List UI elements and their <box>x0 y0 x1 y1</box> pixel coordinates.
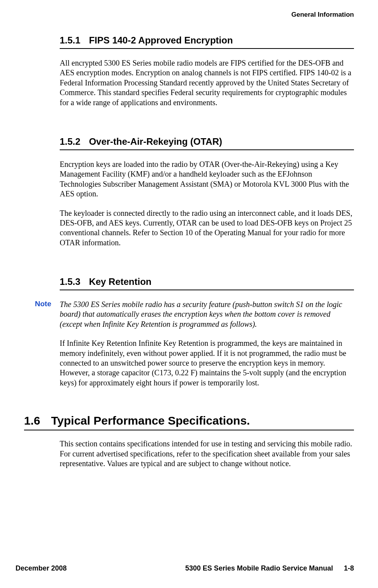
major-section-1-6: 1.6Typical Performance Specifications. T… <box>24 414 354 468</box>
section-heading-1-5-2: 1.5.2Over-the-Air-Rekeying (OTAR) <box>60 136 354 147</box>
body-paragraph: This section contains specifications int… <box>60 439 354 468</box>
major-rule <box>24 430 354 430</box>
body-paragraph: The keyloader is connected directly to t… <box>60 208 354 248</box>
major-number: 1.6 <box>24 414 40 427</box>
section-heading-1-5-1: 1.5.1FIPS 140-2 Approved Encryption <box>60 35 354 46</box>
page-footer: December 2008 5300 ES Series Mobile Radi… <box>16 564 354 572</box>
footer-page-number: 1-8 <box>344 564 354 572</box>
footer-manual-title: 5300 ES Series Mobile Radio Service Manu… <box>185 564 333 572</box>
section-number: 1.5.1 <box>60 35 80 46</box>
body-paragraph: Encryption keys are loaded into the radi… <box>60 160 354 199</box>
section-rule <box>60 149 354 150</box>
section-title: Key Retention <box>89 276 151 287</box>
section-heading-1-5-3: 1.5.3Key Retention <box>60 276 354 287</box>
running-header: General Information <box>24 11 354 19</box>
section-rule <box>60 290 354 290</box>
section-number: 1.5.3 <box>60 276 80 287</box>
section-rule <box>60 48 354 49</box>
section-title: FIPS 140-2 Approved Encryption <box>89 35 233 45</box>
page-content: 1.5.1FIPS 140-2 Approved Encryption All … <box>24 35 354 388</box>
note-block: Note The 5300 ES Series mobile radio has… <box>60 300 354 329</box>
major-heading: 1.6Typical Performance Specifications. <box>24 414 354 427</box>
section-title: Over-the-Air-Rekeying (OTAR) <box>89 136 222 147</box>
body-paragraph: All encrypted 5300 ES Series mobile radi… <box>60 58 354 108</box>
section-number: 1.5.2 <box>60 136 80 147</box>
note-label: Note <box>35 300 51 308</box>
body-paragraph: If Infinite Key Retention Infinite Key R… <box>60 338 354 388</box>
footer-date: December 2008 <box>16 564 67 572</box>
major-title: Typical Performance Specifications. <box>51 414 250 427</box>
note-text: The 5300 ES Series mobile radio has a se… <box>60 300 354 329</box>
